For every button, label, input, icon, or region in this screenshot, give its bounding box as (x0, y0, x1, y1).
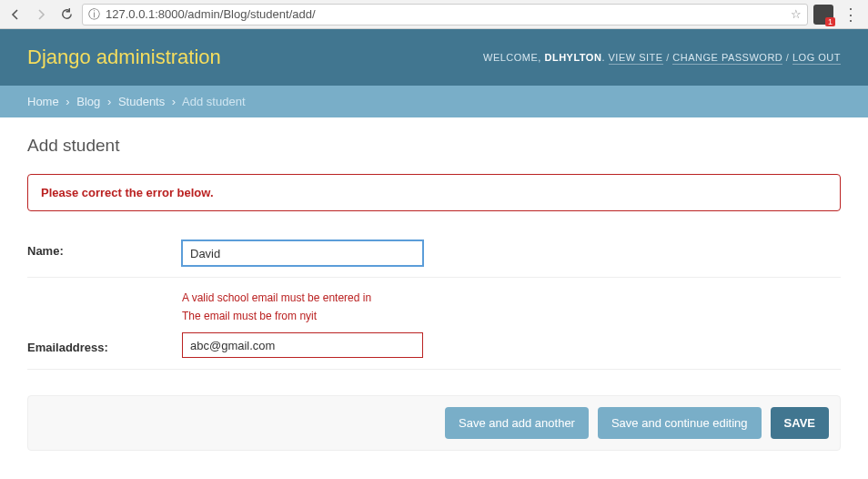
address-bar[interactable]: ⓘ 127.0.0.1:8000/admin/Blog/student/add/… (82, 4, 808, 25)
extension-icon[interactable] (813, 5, 833, 25)
url-text: 127.0.0.1:8000/admin/Blog/student/add/ (106, 7, 785, 21)
email-label: Emailaddress: (27, 337, 182, 354)
email-error-list: A valid school email must be entered in … (182, 289, 371, 325)
email-error: The email must be from nyit (182, 307, 371, 325)
chevron-right-icon: › (168, 95, 179, 108)
save-button[interactable]: SAVE (771, 407, 829, 439)
breadcrumb-model[interactable]: Students (118, 95, 165, 108)
name-input[interactable] (182, 240, 423, 266)
info-icon: ⓘ (88, 6, 100, 23)
bookmark-star-icon[interactable]: ☆ (791, 7, 802, 21)
forward-button[interactable] (31, 5, 51, 25)
username: DLHYLTON (545, 52, 602, 63)
breadcrumb: Home › Blog › Students › Add student (0, 86, 868, 117)
field-row-email: A valid school email must be entered in … (27, 278, 841, 370)
email-input[interactable] (182, 332, 423, 358)
breadcrumb-current: Add student (182, 95, 245, 108)
submit-row: Save and add another Save and continue e… (27, 395, 841, 451)
error-note: Please correct the error below. (27, 174, 841, 211)
logout-link[interactable]: LOG OUT (792, 52, 841, 65)
page-title: Add student (27, 136, 841, 156)
reload-button[interactable] (56, 5, 76, 25)
change-password-link[interactable]: CHANGE PASSWORD (672, 52, 782, 65)
user-links: WELCOME, DLHYLTON. VIEW SITE / CHANGE PA… (483, 52, 841, 63)
email-error: A valid school email must be entered in (182, 289, 371, 307)
content: Add student Please correct the error bel… (0, 117, 868, 478)
view-site-link[interactable]: VIEW SITE (609, 52, 663, 65)
breadcrumb-home[interactable]: Home (27, 95, 59, 108)
back-button[interactable] (5, 5, 25, 25)
menu-icon[interactable]: ⋮ (839, 5, 863, 25)
breadcrumb-app[interactable]: Blog (76, 95, 100, 108)
admin-header: Django administration WELCOME, DLHYLTON.… (0, 29, 868, 86)
chevron-right-icon: › (62, 95, 73, 108)
field-row-name: Name: (27, 229, 841, 278)
welcome-text: WELCOME, (483, 52, 541, 63)
browser-toolbar: ⓘ 127.0.0.1:8000/admin/Blog/student/add/… (0, 0, 868, 29)
save-continue-button[interactable]: Save and continue editing (598, 407, 762, 439)
site-title[interactable]: Django administration (27, 46, 221, 69)
name-label: Name: (27, 240, 182, 258)
chevron-right-icon: › (104, 95, 115, 108)
save-add-another-button[interactable]: Save and add another (445, 407, 589, 439)
